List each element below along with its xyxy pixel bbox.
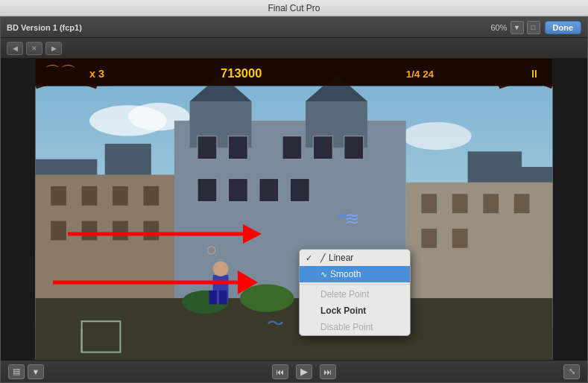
menu-item-disable-point: Disable Point [300, 319, 410, 335]
svg-rect-32 [421, 194, 437, 213]
svg-text:≋: ≋ [344, 208, 360, 229]
app-title: Final Cut Pro [268, 3, 320, 13]
fullscreen-button[interactable]: ⤡ [563, 364, 580, 379]
menu-item-delete-point: Delete Point [300, 286, 410, 303]
svg-rect-51 [35, 59, 552, 86]
svg-marker-59 [243, 224, 262, 244]
nav-back-button[interactable]: ◀ [7, 42, 23, 55]
play-button[interactable]: ▶ [296, 364, 312, 379]
prev-frame-icon: ⏮ [276, 367, 284, 376]
nav-close-button[interactable]: ✕ [26, 42, 42, 55]
bottom-right-controls: ⤡ [563, 364, 580, 379]
svg-rect-25 [113, 186, 128, 206]
red-arrow-lower [45, 260, 269, 305]
svg-rect-23 [51, 186, 66, 206]
svg-rect-21 [290, 179, 309, 202]
nav-bar: ◀ ✕ ▶ [1, 38, 587, 59]
zoom-label: 60% [490, 23, 507, 32]
context-menu: ✓ ╱ Linear ∿ Smooth Delete Point Lock Po… [299, 249, 411, 336]
svg-text:〜: 〜 [267, 314, 284, 333]
svg-rect-16 [313, 136, 332, 159]
red-arrow-upper [60, 215, 269, 253]
menu-item-smooth[interactable]: ∿ Smooth [300, 266, 410, 282]
window-title: BD Version 1 (fcp1) [7, 23, 486, 32]
svg-rect-13 [197, 136, 217, 159]
menu-separator-1 [300, 284, 410, 285]
title-bar: Final Cut Pro [0, 0, 588, 16]
svg-rect-35 [514, 194, 530, 213]
next-frame-button[interactable]: ⏭ [320, 364, 336, 379]
menu-label-smooth: Smooth [330, 269, 361, 279]
zoom-extra-button[interactable]: □ [527, 21, 540, 34]
play-icon: ▶ [300, 366, 308, 377]
main-window: BD Version 1 (fcp1) 60% ▼ □ Done ◀ ✕ ▶ [0, 16, 588, 383]
prev-frame-button[interactable]: ⏮ [272, 364, 288, 379]
svg-rect-33 [452, 194, 468, 213]
chevron-right-icon: ▶ [51, 45, 57, 52]
next-frame-icon: ⏭ [323, 367, 332, 376]
fullscreen-icon: ⤡ [569, 367, 575, 376]
svg-rect-26 [144, 186, 159, 206]
svg-text:x 3: x 3 [89, 68, 104, 80]
svg-rect-36 [421, 229, 437, 248]
menu-label-delete-point: Delete Point [320, 289, 369, 300]
svg-point-3 [402, 122, 472, 150]
svg-rect-34 [483, 194, 499, 213]
top-toolbar: BD Version 1 (fcp1) 60% ▼ □ Done [1, 17, 587, 38]
menu-label-linear: Linear [329, 253, 353, 263]
svg-rect-15 [282, 136, 302, 159]
menu-label-disable-point: Disable Point [320, 322, 373, 332]
svg-text:⌒⌒: ⌒⌒ [45, 63, 76, 80]
svg-rect-19 [228, 179, 247, 202]
smooth-icon: ∿ [320, 270, 327, 279]
menu-item-linear[interactable]: ✓ ╱ Linear [300, 250, 410, 266]
svg-rect-17 [344, 136, 364, 159]
menu-check-linear: ✓ [306, 253, 312, 263]
svg-rect-38 [35, 298, 552, 360]
svg-text:⏸: ⏸ [529, 68, 540, 80]
svg-rect-24 [82, 186, 98, 206]
svg-text:1/4   24: 1/4 24 [406, 69, 434, 80]
svg-rect-20 [259, 179, 279, 202]
close-icon: ✕ [31, 45, 37, 52]
bottom-left-controls: ▤ ▼ [8, 364, 44, 379]
view-options-icon: ▤ [13, 367, 20, 376]
zoom-dropdown-icon[interactable]: ▼ [510, 21, 524, 34]
view-options-button[interactable]: ▤ [8, 364, 25, 379]
nav-forward-button[interactable]: ▶ [45, 42, 62, 55]
svg-rect-37 [452, 229, 468, 248]
svg-rect-18 [197, 179, 217, 202]
svg-rect-14 [228, 136, 247, 159]
bottom-dropdown-button[interactable]: ▼ [28, 364, 44, 379]
menu-label-lock-point: Lock Point [320, 306, 366, 316]
done-button[interactable]: Done [545, 21, 582, 34]
video-area: 〜 ≋ 〜 ⌒⌒ x 3 713000 1/4 24 ⏸ [1, 59, 587, 360]
zoom-control: 60% ▼ □ [490, 21, 540, 34]
dropdown-icon: ▼ [32, 367, 40, 376]
svg-marker-61 [238, 270, 258, 294]
chevron-left-icon: ◀ [13, 45, 18, 52]
svg-text:713000: 713000 [221, 66, 262, 80]
transport-controls: ⏮ ▶ ⏭ [272, 364, 336, 379]
linear-icon: ╱ [320, 253, 326, 263]
game-scene: 〜 ≋ 〜 ⌒⌒ x 3 713000 1/4 24 ⏸ [1, 59, 587, 360]
bottom-toolbar: ▤ ▼ ⏮ ▶ ⏭ ⤡ [1, 360, 587, 382]
menu-item-lock-point[interactable]: Lock Point [300, 303, 410, 319]
